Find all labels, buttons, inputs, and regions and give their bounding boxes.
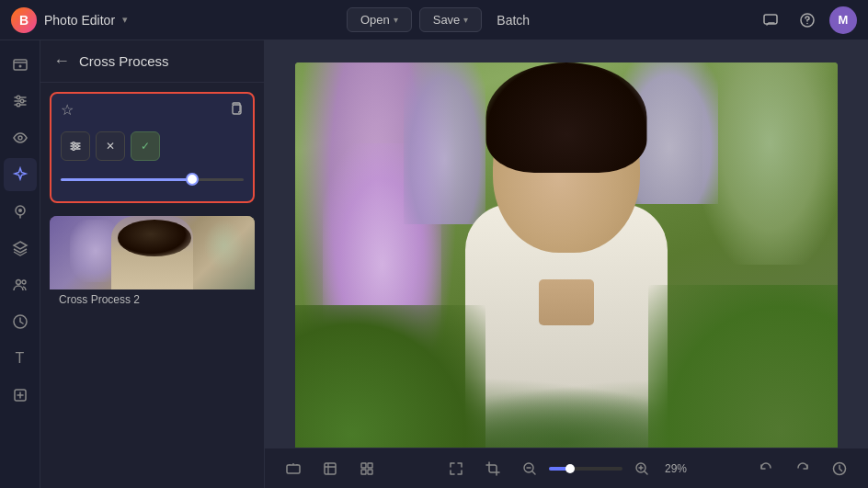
filter-label: Cross Process 2 [59,293,246,306]
panel-header: ← Cross Process [40,40,264,83]
undo-button[interactable] [752,455,780,482]
zoom-out-button[interactable] [516,455,543,482]
help-icon [799,12,816,28]
eye-icon [12,130,29,146]
undo-icon [758,460,774,477]
panel-title: Cross Process [79,53,169,69]
chat-icon-button[interactable] [756,6,785,35]
open-button[interactable]: Open ▾ [347,7,412,32]
header: B Photo Editor ▾ Open ▾ Save ▾ Batch M [0,0,868,40]
app-name: Photo Editor [44,13,115,28]
fit-icon [448,460,464,477]
svg-rect-20 [325,463,336,474]
slider-fill [61,178,192,181]
people-icon [12,277,29,293]
check-icon: ✓ [141,140,150,153]
help-icon-button[interactable] [793,6,822,35]
filter-star-icon[interactable]: ☆ [61,101,74,119]
sidebar-stamp-btn[interactable] [4,379,37,412]
svg-point-8 [18,136,22,140]
layer-toggle-button[interactable] [280,455,307,482]
redo-icon [794,460,811,477]
svg-rect-22 [368,463,372,468]
history-button[interactable] [826,455,853,482]
open-chevron: ▾ [394,15,398,25]
sidebar-home-btn[interactable] [4,48,37,81]
main-content: T ← Cross Process ☆ [0,40,868,488]
save-button[interactable]: Save ▾ [419,7,483,32]
app-name-chevron[interactable]: ▾ [122,14,128,26]
svg-rect-23 [361,470,366,474]
adjust-icon [322,460,338,477]
adjust-button[interactable] [316,455,344,482]
sidebar-sliders-btn[interactable] [4,85,37,118]
filter-buttons-row: ✕ ✓ [61,131,244,161]
sidebar-layers-btn[interactable] [4,232,37,265]
svg-point-4 [18,65,21,68]
batch-button[interactable]: Batch [489,8,537,32]
sidebar-text-btn[interactable]: T [4,342,37,375]
app-logo: B [11,7,37,33]
panel-back-button[interactable]: ← [51,50,72,73]
zoom-in-button[interactable] [628,455,656,482]
cancel-icon: ✕ [106,140,115,153]
toolbar-left [280,455,381,482]
svg-point-5 [17,96,20,99]
sidebar-people-btn[interactable] [4,268,37,301]
zoom-control: 29% [516,455,691,482]
sidebar-eye-btn[interactable] [4,121,37,154]
settings-icon [69,140,82,153]
slider-track [61,178,244,181]
zoom-percent: 29% [661,462,691,475]
redo-button[interactable] [789,455,817,482]
home-icon [12,56,29,73]
filter-slider[interactable] [61,170,244,188]
effects-icon [12,166,29,183]
svg-rect-24 [368,470,372,474]
zoom-in-icon [634,461,649,476]
slider-thumb[interactable] [186,173,199,186]
chat-icon [762,12,779,28]
save-chevron: ▾ [463,15,468,25]
stamp-icon [12,387,29,403]
paint-icon [12,203,29,220]
grid-button[interactable] [353,455,381,482]
filter-preview-image [50,216,255,289]
toolbar-center: 29% [442,455,691,482]
fit-button[interactable] [442,455,470,482]
filter-action-area: ✕ ✓ [51,126,253,201]
filter-card-active: ☆ [50,92,255,203]
svg-point-17 [76,145,79,148]
svg-point-6 [20,99,24,103]
svg-point-16 [73,142,75,145]
svg-point-11 [16,280,20,285]
toolbar-right [752,455,853,482]
adjustments-icon [12,313,29,330]
filter-settings-button[interactable] [61,131,90,161]
crop-icon [485,460,501,477]
filter-card-top: ☆ [51,94,253,126]
svg-rect-19 [287,465,300,473]
sliders-icon [12,93,29,109]
filter-preview-card[interactable]: Cross Process 2 [50,216,255,313]
sidebar-effects-btn[interactable] [4,158,37,191]
svg-point-2 [806,22,808,24]
zoom-thumb[interactable] [565,464,575,473]
sidebar-adjustments-btn[interactable] [4,305,37,338]
user-avatar[interactable]: M [829,6,857,34]
svg-point-12 [22,280,26,284]
grid-icon [359,460,375,477]
sidebar-paint-btn[interactable] [4,195,37,228]
svg-rect-21 [361,463,366,468]
history-icon [831,460,848,477]
canvas-area: 29% [265,40,868,488]
photo-canvas [295,62,838,467]
filter-copy-icon[interactable] [229,101,244,119]
svg-point-18 [73,148,75,151]
filter-confirm-button[interactable]: ✓ [131,131,160,161]
layer-icon [285,460,302,477]
panel-sidebar: ← Cross Process ☆ [40,40,265,488]
filter-cancel-button[interactable]: ✕ [96,131,125,161]
zoom-slider[interactable] [549,467,622,471]
crop-button[interactable] [479,455,507,482]
